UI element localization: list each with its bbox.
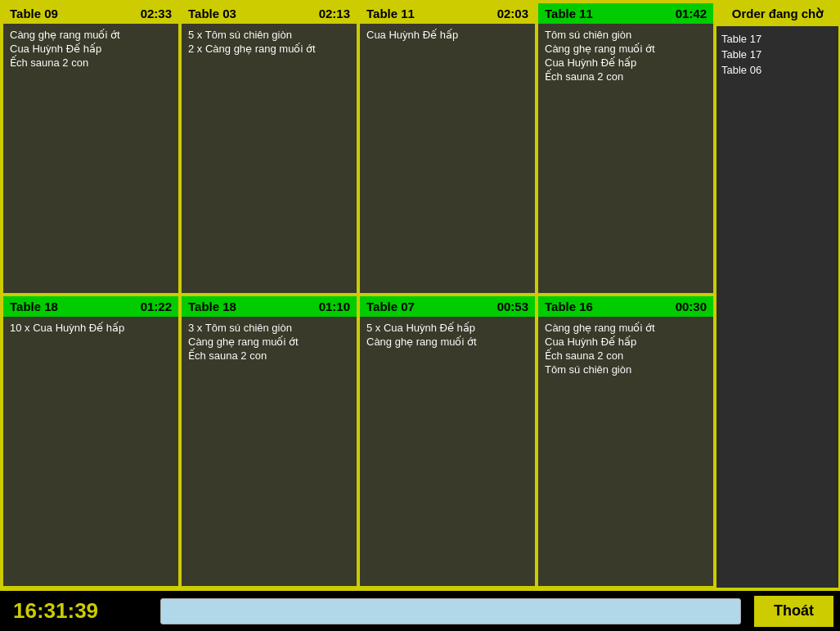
main-container: Table 0902:33Càng ghẹ rang muối ớtCua Hu… [0,0,840,589]
table-name-table-18b: Table 18 [188,300,236,313]
table-card-table-11b[interactable]: Table 1101:42Tôm sú chiên giònCàng ghẹ r… [537,2,715,295]
table-card-table-07[interactable]: Table 0700:535 x Cua Huỳnh Đế hấpCàng gh… [358,295,537,588]
table-item: 3 x Tôm sú chiên giòn [188,322,350,334]
clock-display: 16:31:39 [0,598,147,624]
table-name-table-11b: Table 11 [545,7,593,20]
table-item: Cua Huỳnh Đế hấp [545,56,707,69]
table-body-table-16: Càng ghẹ rang muối ớtCua Huỳnh Đế hấpẾch… [538,317,713,586]
table-card-table-03[interactable]: Table 0302:135 x Tôm sú chiên giòn2 x Cà… [180,2,358,295]
exit-button[interactable]: Thoát [754,596,833,627]
table-card-table-18a[interactable]: Table 1801:2210 x Cua Huỳnh Đế hấp [2,295,180,588]
table-time-table-18b: 01:10 [319,300,350,313]
table-time-table-16: 00:30 [676,300,707,313]
table-item: Ếch sauna 2 con [545,349,707,362]
table-item: Càng ghẹ rang muối ớt [366,336,528,348]
table-time-table-07: 00:53 [497,300,528,313]
table-item: 10 x Cua Huỳnh Đế hấp [10,322,172,334]
table-time-table-09: 02:33 [141,7,172,20]
table-item: Ếch sauna 2 con [188,349,350,362]
table-header-table-09: Table 0902:33 [3,3,178,24]
sidebar-order-item: Table 17 [721,31,833,47]
table-name-table-16: Table 16 [545,300,593,313]
sidebar-items: Table 17Table 17Table 06 [716,26,838,83]
table-card-table-16[interactable]: Table 1600:30Càng ghẹ rang muối ớtCua Hu… [537,295,715,588]
table-item: Ếch sauna 2 con [545,70,707,83]
table-body-table-18a: 10 x Cua Huỳnh Đế hấp [3,317,178,586]
table-item: 5 x Cua Huỳnh Đế hấp [366,322,528,334]
table-name-table-09: Table 09 [10,7,58,20]
table-time-table-11a: 02:03 [497,7,528,20]
table-header-table-18b: Table 1801:10 [182,296,357,317]
table-item: Cua Huỳnh Đế hấp [366,29,528,41]
table-header-table-11b: Table 1101:42 [538,3,713,24]
table-item: 2 x Càng ghẹ rang muối ớt [188,43,350,55]
table-name-table-03: Table 03 [188,7,236,20]
table-time-table-18a: 01:22 [141,300,172,313]
table-header-table-03: Table 0302:13 [182,3,357,24]
table-header-table-18a: Table 1801:22 [3,296,178,317]
search-input[interactable] [160,598,741,624]
table-time-table-11b: 01:42 [676,7,707,20]
table-item: 5 x Tôm sú chiên giòn [188,29,350,41]
table-item: Càng ghẹ rang muối ớt [545,43,707,55]
table-time-table-03: 02:13 [319,7,350,20]
sidebar-header: Order đang chờ [716,2,838,26]
table-header-table-16: Table 1600:30 [538,296,713,317]
table-item: Cua Huỳnh Đế hấp [10,43,172,55]
table-item: Cua Huỳnh Đế hấp [545,336,707,348]
sidebar: Order đang chờ Table 17Table 17Table 06 [716,0,840,589]
table-item: Càng ghẹ rang muối ớt [10,29,172,41]
table-body-table-09: Càng ghẹ rang muối ớtCua Huỳnh Đế hấpẾch… [3,24,178,293]
table-item: Tôm sú chiên giòn [545,363,707,376]
footer: 16:31:39 Thoát [0,589,840,631]
table-card-table-18b[interactable]: Table 1801:103 x Tôm sú chiên giònCàng g… [180,295,358,588]
table-body-table-07: 5 x Cua Huỳnh Đế hấpCàng ghẹ rang muối ớ… [360,317,535,586]
table-body-table-18b: 3 x Tôm sú chiên giònCàng ghẹ rang muối … [182,317,357,586]
table-item: Ếch sauna 2 con [10,56,172,69]
table-header-table-07: Table 0700:53 [360,296,535,317]
table-header-table-11a: Table 1102:03 [360,3,535,24]
table-item: Càng ghẹ rang muối ớt [545,322,707,334]
table-card-table-11a[interactable]: Table 1102:03Cua Huỳnh Đế hấp [358,2,537,295]
table-name-table-18a: Table 18 [10,300,58,313]
table-item: Càng ghẹ rang muối ớt [188,336,350,348]
table-item: Tôm sú chiên giòn [545,29,707,41]
table-name-table-11a: Table 11 [366,7,415,20]
table-body-table-11a: Cua Huỳnh Đế hấp [360,24,535,293]
tables-grid: Table 0902:33Càng ghẹ rang muối ớtCua Hu… [0,0,716,589]
table-name-table-07: Table 07 [366,300,415,313]
table-body-table-03: 5 x Tôm sú chiên giòn2 x Càng ghẹ rang m… [182,24,357,293]
sidebar-order-item: Table 17 [721,47,833,62]
table-body-table-11b: Tôm sú chiên giònCàng ghẹ rang muối ớtCu… [538,24,713,293]
table-card-table-09[interactable]: Table 0902:33Càng ghẹ rang muối ớtCua Hu… [2,2,180,295]
sidebar-order-item: Table 06 [721,62,833,78]
